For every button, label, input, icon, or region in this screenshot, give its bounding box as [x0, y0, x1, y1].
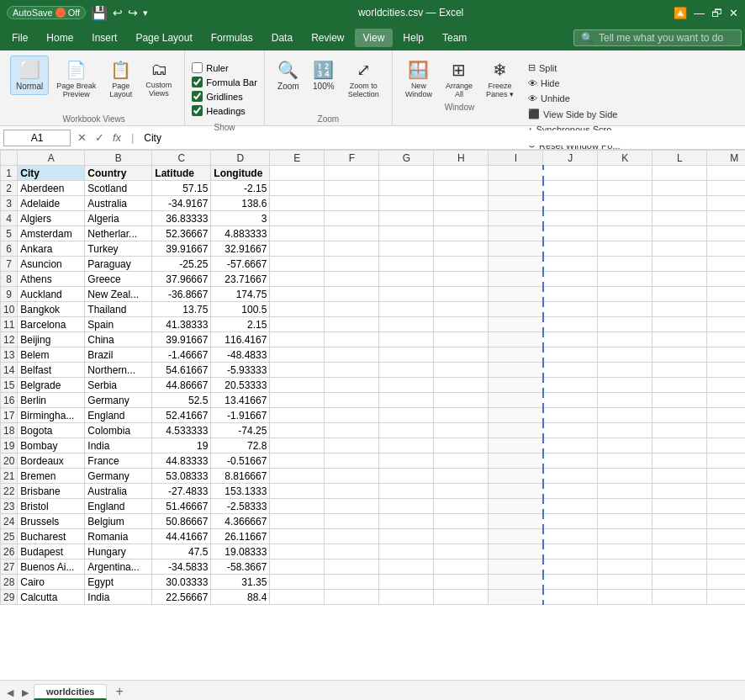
cell-country[interactable]: Serbia	[85, 378, 152, 393]
cell-F13[interactable]	[325, 347, 379, 363]
cell-K22[interactable]	[598, 484, 653, 499]
cell-country[interactable]: Germany	[85, 393, 152, 408]
cell-country[interactable]: Thailand	[85, 302, 152, 317]
cell-longitude[interactable]: -5.93333	[211, 363, 270, 378]
cell-latitude[interactable]: 39.91667	[152, 332, 211, 347]
cell-H8[interactable]	[434, 272, 489, 287]
cell-H11[interactable]	[434, 317, 489, 332]
cell-longitude[interactable]: -57.6667	[211, 257, 270, 272]
redo-icon[interactable]: ↪	[128, 6, 138, 19]
cell-I17[interactable]	[489, 408, 543, 423]
cell-M17[interactable]	[707, 408, 745, 423]
ruler-check[interactable]: Ruler	[192, 62, 228, 73]
row-number[interactable]: 20	[1, 453, 18, 469]
cell-L10[interactable]	[653, 302, 707, 317]
add-sheet-btn[interactable]: +	[108, 683, 129, 700]
cell-L11[interactable]	[653, 317, 707, 332]
ribbon-btn-zoom[interactable]: 🔍 Zoom	[272, 56, 305, 95]
cell-H3[interactable]	[434, 196, 489, 211]
cell-F16[interactable]	[325, 393, 379, 408]
cell-I13[interactable]	[489, 347, 543, 363]
cell-M20[interactable]	[707, 453, 745, 469]
cell-M9[interactable]	[707, 287, 745, 302]
undo-icon[interactable]: ↩	[113, 6, 123, 19]
cell-L27[interactable]	[653, 559, 707, 575]
cell-L17[interactable]	[653, 408, 707, 423]
cell-J28[interactable]	[543, 575, 598, 590]
cell-K24[interactable]	[598, 514, 653, 529]
cell-E13[interactable]	[270, 347, 325, 363]
cell-M15[interactable]	[707, 378, 745, 393]
row-number[interactable]: 14	[1, 363, 18, 378]
cell-E8[interactable]	[270, 272, 325, 287]
formula-bar-check[interactable]: Formula Bar	[192, 77, 257, 88]
cell-G22[interactable]	[379, 484, 434, 499]
cell-J22[interactable]	[543, 484, 598, 499]
cell-H18[interactable]	[434, 423, 489, 438]
col-header-C[interactable]: C	[152, 151, 211, 166]
cell-F17[interactable]	[325, 408, 379, 423]
cell-latitude[interactable]: 47.5	[152, 544, 211, 559]
row-number[interactable]: 19	[1, 438, 18, 453]
name-box[interactable]	[3, 130, 71, 146]
cell-E18[interactable]	[270, 423, 325, 438]
cell-M21[interactable]	[707, 469, 745, 484]
ribbon-collapse-icon[interactable]: 🔼	[674, 7, 687, 19]
cell-longitude[interactable]: -1.91667	[211, 408, 270, 423]
cell-K26[interactable]	[598, 544, 653, 559]
cell-G21[interactable]	[379, 469, 434, 484]
cell-E1[interactable]	[270, 166, 325, 181]
col-header-M[interactable]: M	[707, 151, 745, 166]
cell-M14[interactable]	[707, 363, 745, 378]
cell-longitude[interactable]: 20.53333	[211, 378, 270, 393]
cell-longitude[interactable]: 8.816667	[211, 469, 270, 484]
cell-E10[interactable]	[270, 302, 325, 317]
maximize-icon[interactable]: 🗗	[711, 7, 722, 19]
cell-E21[interactable]	[270, 469, 325, 484]
cell-K10[interactable]	[598, 302, 653, 317]
col-header-K[interactable]: K	[598, 151, 653, 166]
cell-J2[interactable]	[543, 181, 598, 196]
row-number[interactable]: 22	[1, 484, 18, 499]
cell-city[interactable]: Algiers	[18, 211, 85, 226]
cell-G2[interactable]	[379, 181, 434, 196]
menu-help[interactable]: Help	[394, 29, 432, 47]
cell-F29[interactable]	[325, 590, 379, 605]
ribbon-btn-custom-views[interactable]: 🗂 Custom Views	[140, 56, 177, 102]
cell-city[interactable]: Bogota	[18, 423, 85, 438]
cell-city[interactable]: Belem	[18, 347, 85, 363]
cell-G4[interactable]	[379, 211, 434, 226]
cell-E26[interactable]	[270, 544, 325, 559]
cell-F11[interactable]	[325, 317, 379, 332]
cell-G11[interactable]	[379, 317, 434, 332]
cell-K23[interactable]	[598, 499, 653, 514]
cell-K18[interactable]	[598, 423, 653, 438]
cell-I4[interactable]	[489, 211, 543, 226]
cell-city[interactable]: Bangkok	[18, 302, 85, 317]
cell-J21[interactable]	[543, 469, 598, 484]
cell-longitude[interactable]: 32.91667	[211, 241, 270, 257]
cell-latitude[interactable]: 57.15	[152, 181, 211, 196]
cell-city[interactable]: Bremen	[18, 469, 85, 484]
cell-F5[interactable]	[325, 226, 379, 241]
sheet-tab-worldcities[interactable]: worldcities	[34, 684, 107, 700]
cell-latitude[interactable]: 44.41667	[152, 529, 211, 544]
cell-latitude[interactable]: 44.83333	[152, 453, 211, 469]
cell-F10[interactable]	[325, 302, 379, 317]
cell-G9[interactable]	[379, 287, 434, 302]
menu-insert[interactable]: Insert	[83, 29, 125, 47]
cell-I6[interactable]	[489, 241, 543, 257]
cell-F8[interactable]	[325, 272, 379, 287]
cell-city[interactable]: Brisbane	[18, 484, 85, 499]
cell-K14[interactable]	[598, 363, 653, 378]
cell-G12[interactable]	[379, 332, 434, 347]
grid-wrapper[interactable]: A B C D E F G H I J K L M	[0, 150, 745, 680]
cell-G19[interactable]	[379, 438, 434, 453]
cell-E14[interactable]	[270, 363, 325, 378]
cell-K11[interactable]	[598, 317, 653, 332]
cell-K19[interactable]	[598, 438, 653, 453]
cell-longitude[interactable]: 26.11667	[211, 529, 270, 544]
cell-latitude[interactable]: -34.5833	[152, 559, 211, 575]
col-header-L[interactable]: L	[653, 151, 707, 166]
cell-country[interactable]: Egypt	[85, 575, 152, 590]
